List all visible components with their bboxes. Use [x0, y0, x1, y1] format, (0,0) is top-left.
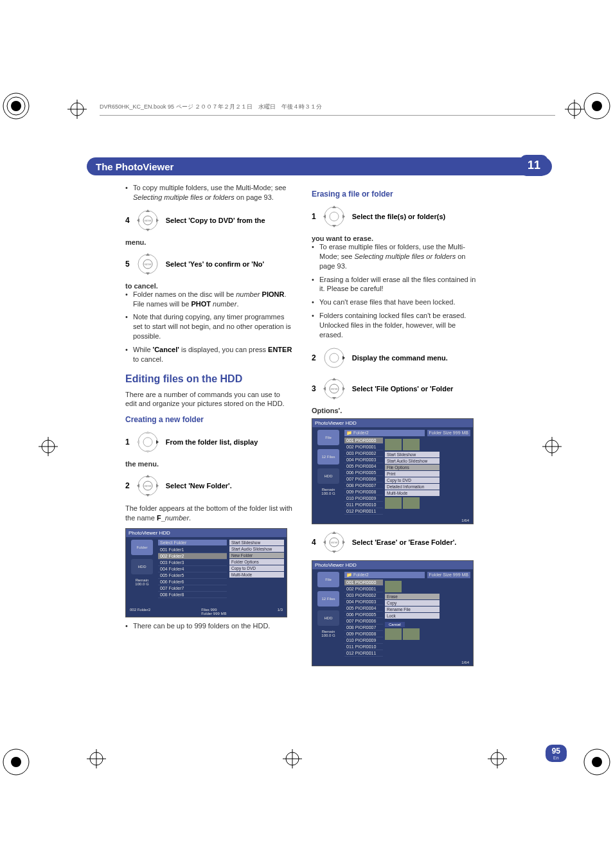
body-text: Note that during copying, any timer prog… [125, 312, 292, 341]
dpad-enter-icon: ENTER [321, 529, 347, 555]
ui-screenshot-3: PhotoViewer HDD File 12 Files HDD Remain… [312, 560, 474, 666]
svg-point-61 [324, 348, 344, 368]
body-text: To copy multiple folders, use the Multi-… [125, 183, 292, 202]
body-text: While 'Cancel' is displayed, you can pre… [125, 345, 292, 364]
dpad-right-icon [321, 345, 347, 371]
body-text: Folder names on the disc will be number … [125, 290, 292, 309]
svg-point-6 [11, 757, 21, 767]
subsection-heading: Creating a new folder [125, 415, 292, 424]
dpad-icon [321, 204, 347, 229]
crosshair-icon [87, 749, 106, 768]
svg-point-43 [143, 438, 152, 447]
dpad-enter-icon: ENTER [135, 473, 161, 499]
svg-point-56 [330, 212, 339, 221]
step-r1: 1 Select the file(s) or folder(s) [312, 204, 479, 229]
registration-mark [0, 87, 35, 125]
left-column: To copy multiple folders, use the Multi-… [125, 183, 292, 670]
crosshair-icon [39, 437, 58, 456]
crosshair-icon [488, 749, 507, 768]
svg-text:ENTER: ENTER [145, 220, 152, 222]
step-5: 5 ENTER Select 'Yes' to confirm or 'No' [125, 251, 292, 277]
step-cont: you want to erase. [312, 235, 479, 242]
svg-point-62 [330, 353, 339, 362]
body-text: Folders containing locked files can't be… [312, 311, 479, 340]
body-text: There are a number of commands you can u… [125, 390, 292, 409]
crosshair-icon [67, 100, 87, 119]
body-text: There can be up to 999 folders on the HD… [125, 621, 292, 631]
step-cont: the menu. [125, 460, 292, 468]
svg-text:ENTER: ENTER [145, 263, 152, 266]
dpad-enter-icon: ENTER [135, 251, 161, 277]
ui-screenshot-1: PhotoViewer HDD Folder HDD Remain100.0 G… [125, 528, 287, 617]
step-r4: 4 ENTER Select 'Erase' or 'Erase Folder'… [312, 529, 479, 555]
right-column: Erasing a file or folder 1 Select the fi… [312, 183, 479, 670]
page-number: 95 En [546, 745, 567, 762]
step-cont: Options'. [312, 407, 479, 414]
svg-text:ENTER: ENTER [331, 388, 338, 391]
svg-point-55 [324, 207, 344, 226]
body-text: Erasing a folder will erase all the file… [312, 275, 479, 294]
subsection-heading: Erasing a file or folder [312, 190, 479, 199]
crosshair-icon [283, 749, 302, 768]
svg-point-42 [138, 432, 157, 452]
dpad-right-icon [135, 429, 161, 455]
section-heading: Editing files on the HDD [125, 373, 292, 385]
svg-point-1 [11, 101, 21, 111]
svg-point-4 [592, 101, 602, 111]
dpad-enter-icon: ENTER [135, 208, 161, 233]
svg-point-8 [592, 757, 602, 767]
body-text: The folder appears at the bottom of the … [125, 504, 292, 523]
body-text: To erase multiple files or folders, use … [312, 242, 479, 271]
registration-mark [578, 743, 613, 781]
chapter-number: 11 [520, 155, 548, 176]
step-cont: to cancel. [125, 282, 292, 290]
svg-text:ENTER: ENTER [331, 542, 338, 544]
book-header: DVR650HK_KC_EN.book 95 ページ ２００７年２月２１日 水曜… [100, 103, 555, 116]
ui-screenshot-2: PhotoViewer HDD File 12 Files HDD Remain… [312, 418, 474, 524]
step-c2: 2 ENTER Select 'New Folder'. [125, 473, 292, 499]
step-r3: 3 ENTER Select 'File Options' or 'Folder [312, 376, 479, 402]
step-4: 4 ENTER Select 'Copy to DVD' from the [125, 208, 292, 233]
crosshair-icon [565, 100, 584, 119]
chapter-bar: The PhotoViewer 11 [87, 157, 552, 175]
body-text: You can't erase files that have been loc… [312, 297, 479, 307]
step-cont: menu. [125, 238, 292, 246]
step-r2: 2 Display the command menu. [312, 345, 479, 371]
step-c1: 1 From the folder list, display [125, 429, 292, 455]
chapter-title: The PhotoViewer [96, 161, 173, 172]
dpad-enter-icon: ENTER [321, 376, 347, 402]
registration-mark [0, 743, 35, 781]
svg-text:ENTER: ENTER [145, 485, 152, 488]
crosshair-icon [542, 437, 562, 456]
